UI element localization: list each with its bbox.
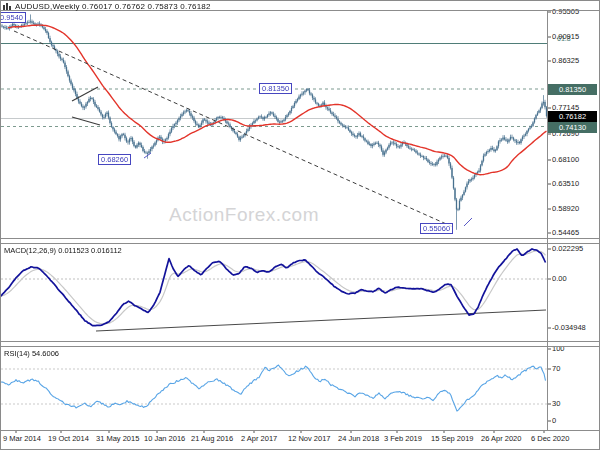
rsi-panel-bottom-border — [1, 430, 600, 431]
macd-panel-title: MACD(12,26,9) 0.011523 0.016112 — [4, 246, 122, 255]
macd-panel-top-border[interactable] — [1, 243, 600, 244]
symbol-ohlc-title: AUDUSD,Weekly 0.76017 0.76762 0.75873 0.… — [15, 2, 211, 11]
chart-icon — [3, 2, 12, 10]
rsi-panel-title: RSI(14) 54.6006 — [4, 349, 59, 358]
price-flag: 0.74130 — [548, 122, 597, 133]
mt4-chart-window: AUDUSD,Weekly 0.76017 0.76762 0.75873 0.… — [0, 0, 600, 450]
rsi-panel-top-border[interactable] — [1, 346, 600, 347]
price-flag: 0.81350 — [548, 84, 597, 95]
clipped-price-label: 0.9540 — [0, 12, 26, 23]
chart-price-label[interactable]: 0.68260 — [98, 154, 131, 165]
macd-panel-bottom-border[interactable] — [1, 341, 600, 342]
chart-price-label[interactable]: 0.81350 — [259, 83, 292, 94]
chart-canvas[interactable] — [1, 1, 600, 450]
chart-title-bar: AUDUSD,Weekly 0.76017 0.76762 0.75873 0.… — [3, 2, 211, 10]
main-panel-bottom-border[interactable] — [1, 238, 600, 239]
price-flag: 0.76182 — [548, 111, 597, 122]
chart-price-label[interactable]: 0.55060 — [420, 223, 453, 234]
price-axis-border — [547, 10, 548, 430]
